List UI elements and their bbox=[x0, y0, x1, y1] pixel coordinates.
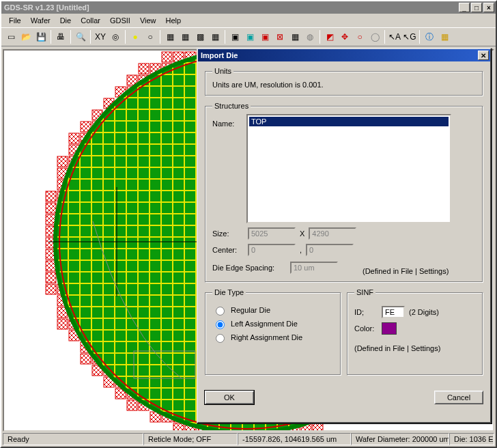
menu-die[interactable]: Die bbox=[55, 15, 76, 26]
target-icon[interactable]: ◎ bbox=[109, 30, 122, 44]
zoom-icon[interactable]: 🔍 bbox=[74, 30, 87, 44]
circle-red-icon[interactable]: ○ bbox=[353, 30, 367, 44]
sinf-defined-note: (Defined in File | Settings) bbox=[354, 344, 476, 352]
open-file-icon[interactable]: 📂 bbox=[19, 30, 33, 44]
svg-rect-471 bbox=[115, 168, 126, 178]
new-file-icon[interactable]: ▭ bbox=[4, 30, 18, 44]
menu-gdsii[interactable]: GDSII bbox=[105, 15, 135, 26]
status-wafer: Wafer Diameter: 200000 um bbox=[351, 433, 449, 445]
svg-rect-378 bbox=[185, 133, 195, 143]
xy-icon[interactable]: XY bbox=[94, 30, 107, 44]
cursor-g-icon[interactable]: ↖G bbox=[403, 30, 416, 44]
svg-rect-741 bbox=[185, 261, 195, 271]
svg-rect-932 bbox=[104, 331, 114, 341]
status-reticle: Reticle Mode; OFF bbox=[143, 433, 238, 445]
structures-group: Structures Name: TOP Size: X Center: , D… bbox=[205, 102, 483, 283]
svg-rect-335 bbox=[69, 122, 79, 132]
svg-rect-573 bbox=[150, 203, 160, 213]
die-grid-icon[interactable]: ▦ bbox=[288, 30, 302, 44]
svg-rect-799 bbox=[92, 284, 102, 294]
titlebar: GDS-SR v1.23 [Untitled] _ □ × bbox=[1, 1, 496, 14]
app-title: GDS-SR v1.23 [Untitled] bbox=[4, 3, 457, 12]
svg-rect-1128 bbox=[81, 400, 91, 410]
svg-rect-270 bbox=[81, 98, 91, 109]
svg-rect-665 bbox=[69, 238, 79, 248]
close-button[interactable]: × bbox=[483, 3, 494, 12]
svg-rect-207 bbox=[115, 75, 126, 85]
svg-rect-174 bbox=[115, 64, 126, 74]
svg-rect-1164 bbox=[115, 412, 126, 422]
svg-rect-206 bbox=[104, 75, 114, 85]
svg-rect-772 bbox=[162, 272, 172, 283]
svg-rect-632 bbox=[69, 226, 79, 236]
grid2-icon[interactable]: ▦ bbox=[178, 30, 192, 44]
svg-rect-274 bbox=[127, 98, 137, 109]
grid4-icon[interactable]: ▦ bbox=[208, 30, 222, 44]
svg-rect-732 bbox=[81, 261, 91, 271]
svg-rect-1096 bbox=[92, 389, 102, 399]
cancel-button[interactable]: Cancel bbox=[434, 391, 483, 404]
structures-listbox[interactable]: TOP bbox=[246, 114, 451, 223]
die-import-icon[interactable]: ▣ bbox=[228, 30, 242, 44]
regular-die-radio[interactable] bbox=[216, 307, 225, 316]
grid1-icon[interactable]: ▦ bbox=[163, 30, 177, 44]
svg-rect-1192 bbox=[57, 423, 68, 432]
svg-rect-302 bbox=[69, 110, 79, 120]
svg-rect-1208 bbox=[243, 423, 253, 432]
die-gray-icon[interactable]: ◍ bbox=[303, 30, 317, 44]
flag-red-icon[interactable]: ◩ bbox=[323, 30, 337, 44]
svg-rect-1223 bbox=[417, 423, 427, 432]
svg-rect-83 bbox=[57, 319, 68, 329]
svg-rect-441 bbox=[150, 156, 160, 167]
info-icon[interactable]: ⓘ bbox=[423, 30, 436, 44]
svg-rect-406 bbox=[127, 145, 137, 155]
id-field[interactable] bbox=[382, 306, 405, 318]
svg-rect-928 bbox=[57, 331, 68, 341]
svg-rect-73 bbox=[46, 272, 56, 283]
import-die-dialog: Import Die ✕ Units Units are UM, resolut… bbox=[197, 48, 492, 423]
svg-rect-213 bbox=[185, 75, 195, 85]
dialog-close-button[interactable]: ✕ bbox=[478, 51, 489, 60]
svg-rect-407 bbox=[139, 145, 149, 155]
svg-rect-1160 bbox=[69, 412, 79, 422]
defined-note: (Defined in File | Settings) bbox=[363, 267, 449, 275]
shape-icon[interactable]: ◯ bbox=[368, 30, 382, 44]
grid3-icon[interactable]: ▩ bbox=[193, 30, 207, 44]
menu-collar[interactable]: Collar bbox=[76, 15, 105, 26]
svg-rect-671 bbox=[139, 238, 149, 248]
maximize-button[interactable]: □ bbox=[471, 3, 482, 12]
svg-rect-542 bbox=[173, 191, 184, 201]
svg-rect-1224 bbox=[429, 423, 439, 432]
die-red1-icon[interactable]: ▣ bbox=[258, 30, 272, 44]
left-assignment-radio[interactable] bbox=[216, 320, 225, 329]
help-icon[interactable]: ▦ bbox=[438, 30, 451, 44]
print-icon[interactable]: 🖶 bbox=[54, 30, 68, 44]
die-cyan-icon[interactable]: ▣ bbox=[243, 30, 257, 44]
svg-rect-670 bbox=[127, 238, 137, 248]
svg-rect-1005 bbox=[185, 354, 195, 364]
cursor-a-icon[interactable]: ↖A bbox=[388, 30, 401, 44]
svg-rect-372 bbox=[115, 133, 126, 143]
menu-view[interactable]: View bbox=[135, 15, 161, 26]
save-file-icon[interactable]: 💾 bbox=[34, 30, 48, 44]
svg-rect-435 bbox=[81, 156, 91, 167]
right-assignment-radio[interactable] bbox=[216, 334, 225, 343]
svg-rect-205 bbox=[92, 75, 102, 85]
die-red2-icon[interactable]: ⊠ bbox=[273, 30, 287, 44]
circle-outline-icon[interactable]: ○ bbox=[143, 30, 157, 44]
svg-rect-375 bbox=[150, 133, 160, 143]
svg-rect-443 bbox=[173, 156, 184, 167]
list-item[interactable]: TOP bbox=[249, 117, 449, 126]
crosshair-icon[interactable]: ✥ bbox=[338, 30, 352, 44]
svg-rect-306 bbox=[115, 110, 126, 120]
svg-rect-534 bbox=[81, 191, 91, 201]
minimize-button[interactable]: _ bbox=[459, 3, 470, 12]
circle-yellow-icon[interactable]: ● bbox=[128, 30, 142, 44]
menu-help[interactable]: Help bbox=[161, 15, 186, 26]
svg-rect-245 bbox=[173, 87, 184, 97]
svg-rect-271 bbox=[92, 98, 102, 109]
menu-wafer[interactable]: Wafer bbox=[26, 15, 55, 26]
menu-file[interactable]: File bbox=[4, 15, 26, 26]
ok-button[interactable]: OK bbox=[205, 391, 254, 404]
color-swatch[interactable] bbox=[382, 322, 397, 335]
